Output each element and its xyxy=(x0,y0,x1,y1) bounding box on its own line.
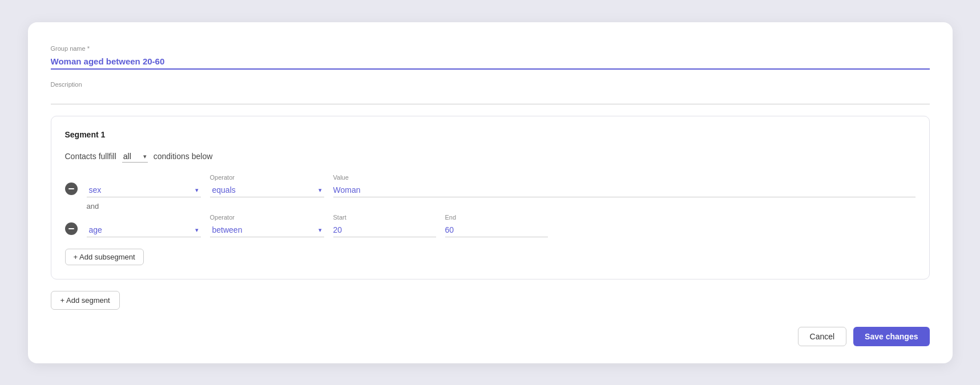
group-name-field: Group name * xyxy=(51,45,930,70)
operator-select-1[interactable]: equals not equals contains between xyxy=(210,183,324,197)
contacts-fulfill-row: Contacts fullfill all any conditions bel… xyxy=(65,151,916,163)
start-input[interactable] xyxy=(333,223,436,237)
contacts-fulfill-select[interactable]: all any xyxy=(122,151,148,163)
start-col: Start xyxy=(333,214,436,237)
operator-select-wrapper-2: equals not equals contains between xyxy=(210,223,324,237)
value-input-1[interactable] xyxy=(333,183,916,197)
add-segment-button[interactable]: + Add segment xyxy=(51,291,120,310)
remove-condition-1-button[interactable] xyxy=(65,183,78,195)
operator-col-2: Operator equals not equals contains betw… xyxy=(210,214,324,237)
condition-row-1: sex age name email Operator equals not e… xyxy=(65,174,916,197)
description-field: Description xyxy=(51,81,930,104)
modal-container: Group name * Description Segment 1 Conta… xyxy=(28,22,953,363)
group-name-label: Group name * xyxy=(51,45,930,52)
field-select-wrapper-1: sex age name email xyxy=(87,183,201,197)
field-select-2[interactable]: sex age name email xyxy=(87,223,201,237)
add-subsegment-button[interactable]: + Add subsegment xyxy=(65,249,144,265)
cancel-button[interactable]: Cancel xyxy=(798,327,847,346)
operator-select-wrapper-1: equals not equals contains between xyxy=(210,183,324,197)
group-name-input[interactable] xyxy=(51,54,930,70)
field-col-2: sex age name email xyxy=(87,223,201,237)
field-select-wrapper-2: sex age name email xyxy=(87,223,201,237)
contacts-fulfill-select-wrapper: all any xyxy=(122,151,148,163)
footer: Cancel Save changes xyxy=(51,327,930,346)
save-button[interactable]: Save changes xyxy=(853,327,929,346)
value-label-1: Value xyxy=(333,174,916,181)
segment-box: Segment 1 Contacts fullfill all any cond… xyxy=(51,116,930,279)
value-col-1: Value xyxy=(333,174,916,197)
start-label: Start xyxy=(333,214,436,221)
end-col: End xyxy=(445,214,548,237)
field-select-1[interactable]: sex age name email xyxy=(87,183,201,197)
conditions-below-label: conditions below xyxy=(154,152,213,161)
description-label: Description xyxy=(51,81,930,88)
segment-title: Segment 1 xyxy=(65,130,916,139)
end-label: End xyxy=(445,214,548,221)
field-col-1: sex age name email xyxy=(87,183,201,197)
condition-rows: sex age name email Operator equals not e… xyxy=(65,174,916,237)
condition-row-2: sex age name email Operator equals not e… xyxy=(65,214,916,237)
remove-condition-2-button[interactable] xyxy=(65,222,78,235)
operator-select-2[interactable]: equals not equals contains between xyxy=(210,223,324,237)
operator-label-2: Operator xyxy=(210,214,324,221)
description-input[interactable] xyxy=(51,90,930,104)
operator-label-1: Operator xyxy=(210,174,324,181)
contacts-fulfill-label: Contacts fullfill xyxy=(65,152,116,161)
operator-col-1: Operator equals not equals contains betw… xyxy=(210,174,324,197)
end-input[interactable] xyxy=(445,223,548,237)
and-connector: and xyxy=(87,202,916,210)
